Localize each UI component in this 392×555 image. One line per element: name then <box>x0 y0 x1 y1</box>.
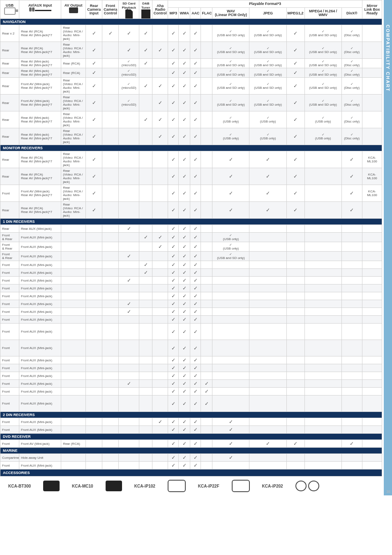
cell: ✓ <box>168 95 179 111</box>
cell <box>102 95 119 111</box>
cell: ✓ <box>168 462 179 469</box>
cell: ✓ <box>190 68 201 78</box>
cell <box>286 316 304 324</box>
cell <box>139 202 152 219</box>
cell: ✓ <box>249 202 286 219</box>
cell <box>139 185 152 202</box>
cell <box>61 284 86 292</box>
cell: ✓ <box>286 68 304 78</box>
cell <box>341 380 362 388</box>
cell <box>152 284 168 292</box>
cell <box>119 168 139 185</box>
cell: ✓ <box>341 202 362 219</box>
cell: ✓ <box>190 269 201 277</box>
cell: ✓ <box>190 380 201 388</box>
cell <box>362 324 382 340</box>
cell <box>119 395 139 412</box>
cell <box>86 340 102 356</box>
cell: ✓ <box>190 185 201 202</box>
cell <box>139 277 152 284</box>
cell <box>212 372 249 380</box>
cell: Front AV (Mini-jack) <box>19 440 61 448</box>
cell <box>102 364 119 372</box>
cell: ✓ <box>249 440 286 448</box>
cell: Front AUX (Mini-jack) <box>19 364 61 372</box>
cell: Rear <box>0 168 19 185</box>
cell <box>201 252 212 261</box>
cell: ✓ <box>179 225 190 233</box>
cell: ✓ <box>86 168 102 185</box>
cell: ✓ <box>86 78 102 95</box>
cell <box>61 340 86 356</box>
cell: ✓ <box>190 418 201 426</box>
cell: ✓ <box>179 356 190 364</box>
cell: ✓ <box>179 25 190 42</box>
cell <box>362 356 382 364</box>
cell: Front <box>0 284 19 292</box>
cell <box>286 462 304 469</box>
cell <box>362 242 382 252</box>
cell <box>119 340 139 356</box>
cell <box>119 151 139 168</box>
cell: ✓ <box>168 68 179 78</box>
cell <box>304 462 341 469</box>
cell <box>61 372 86 380</box>
cell <box>362 380 382 388</box>
cell: ✓ <box>179 292 190 300</box>
bt300-icon <box>43 481 60 491</box>
cell: ✓ <box>168 372 179 380</box>
cell: ✓ <box>168 284 179 292</box>
cell <box>286 225 304 233</box>
cell <box>341 242 362 252</box>
cell: ✓ <box>139 25 152 42</box>
cell <box>61 277 86 284</box>
cell: Rear AV (RCA) Rear AV (Mini-jack)*7 <box>19 42 61 59</box>
cell <box>86 225 102 233</box>
cell <box>341 269 362 277</box>
cell <box>139 68 152 78</box>
cell <box>286 324 304 340</box>
cell: ✓ (USB only) <box>249 128 286 145</box>
cell: ✓ <box>179 233 190 242</box>
cell: ✓ <box>86 185 102 202</box>
cell <box>212 269 249 277</box>
cell <box>362 68 382 78</box>
cell <box>212 261 249 269</box>
cell: ✓ <box>102 25 119 42</box>
cell <box>304 261 341 269</box>
cell: ✓ <box>168 225 179 233</box>
cell: ✓ <box>139 42 152 59</box>
cell: ✓ <box>119 42 139 59</box>
cell <box>286 261 304 269</box>
cell: Front & Rear <box>0 242 19 252</box>
section-dvd: DVD RECEIVER <box>0 434 382 440</box>
cell: ✓ <box>190 395 201 412</box>
cell <box>152 395 168 412</box>
cell: ✓ <box>286 202 304 219</box>
cell: ✓ <box>190 340 201 356</box>
cell: ✓ (USB and SD only) <box>212 95 249 111</box>
cell <box>201 151 212 168</box>
cell <box>201 95 212 111</box>
cell <box>201 284 212 292</box>
cell: ✓ <box>286 151 304 168</box>
cell: ✓ (USB and SD only) <box>212 42 249 59</box>
cell: ✓ <box>190 426 201 434</box>
cell: ✓ <box>179 395 190 412</box>
cell <box>341 284 362 292</box>
cell <box>102 252 119 261</box>
cell <box>152 316 168 324</box>
cell <box>201 440 212 448</box>
cell <box>152 261 168 269</box>
cell: ✓ <box>152 128 168 145</box>
cell <box>304 151 341 168</box>
cell: Front AUX (Mini-jack) <box>19 462 61 469</box>
cell <box>249 324 286 340</box>
hdr-playable: Playable Format*3 <box>168 0 362 8</box>
cell: ✓ (USB only) <box>304 128 341 145</box>
cell <box>362 225 382 233</box>
cell <box>286 252 304 261</box>
cell: ✓ <box>168 388 179 395</box>
cell <box>201 340 212 356</box>
cell: ✓ <box>152 242 168 252</box>
